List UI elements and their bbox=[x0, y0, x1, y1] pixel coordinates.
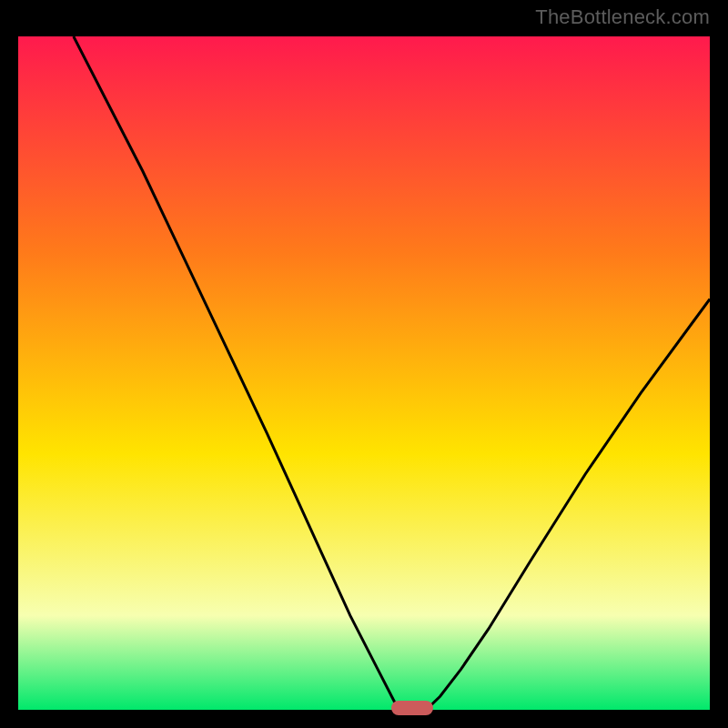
chart-frame: TheBottleneck.com bbox=[0, 0, 728, 728]
chart-svg bbox=[18, 36, 710, 710]
gradient-background bbox=[18, 36, 710, 710]
plot-area bbox=[18, 36, 710, 710]
optimum-marker bbox=[391, 701, 433, 715]
attribution-label: TheBottleneck.com bbox=[535, 5, 710, 29]
